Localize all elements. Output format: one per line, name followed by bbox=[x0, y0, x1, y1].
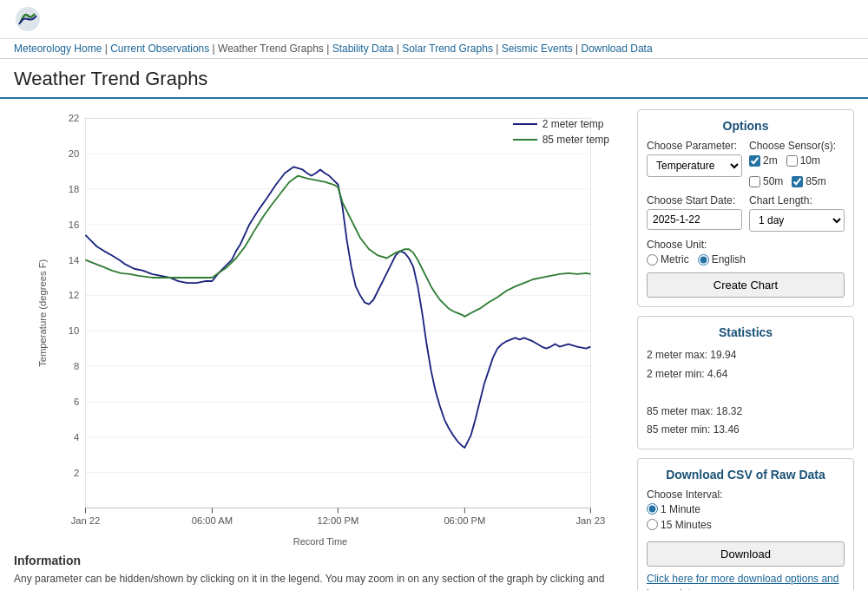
nav-bar: Meteorology Home | Current Observations … bbox=[0, 39, 868, 59]
unit-metric: Metric bbox=[647, 253, 689, 266]
stats-text: 2 meter max: 19.94 2 meter min: 4.64 85 … bbox=[647, 346, 845, 440]
svg-text:18: 18 bbox=[69, 184, 79, 194]
nav-current-observations[interactable]: Current Observations bbox=[110, 43, 209, 55]
parameter-row: Choose Parameter: Temperature Humidity W… bbox=[647, 140, 742, 187]
info-title: Information bbox=[14, 554, 627, 567]
svg-text:12: 12 bbox=[69, 290, 79, 300]
chart-container: 2 meter temp 85 meter temp bbox=[14, 109, 627, 534]
interval-15min-label: 15 Minutes bbox=[661, 519, 712, 531]
sensors-label: Choose Sensor(s): bbox=[749, 140, 845, 152]
interval-1min-radio[interactable] bbox=[647, 503, 658, 515]
svg-text:06:00 PM: 06:00 PM bbox=[444, 515, 485, 526]
chart-length-select[interactable]: 1 day 3 days 7 days 14 days bbox=[749, 209, 845, 232]
sensor-50m: 50m bbox=[749, 175, 783, 187]
legend-label-2m: 2 meter temp bbox=[542, 118, 604, 130]
options-panel-title: Options bbox=[647, 119, 845, 133]
interval-15min-radio[interactable] bbox=[647, 519, 658, 530]
nav-seismic-events[interactable]: Seismic Events bbox=[502, 43, 573, 55]
legend-label-85m: 85 meter temp bbox=[542, 134, 609, 146]
svg-text:20: 20 bbox=[69, 148, 79, 159]
sensor-85m: 85m bbox=[792, 175, 825, 187]
start-date-input[interactable] bbox=[647, 209, 742, 230]
svg-text:6: 6 bbox=[74, 397, 79, 407]
unit-radios: Metric English bbox=[647, 253, 845, 266]
unit-english: English bbox=[698, 253, 746, 266]
sensor-85m-checkbox[interactable] bbox=[792, 176, 803, 187]
interval-radios: 1 Minute 15 Minutes bbox=[647, 503, 845, 531]
chart-length-row: Chart Length: 1 day 3 days 7 days 14 day… bbox=[749, 194, 845, 232]
svg-text:10: 10 bbox=[69, 325, 79, 336]
create-chart-button[interactable]: Create Chart bbox=[647, 272, 845, 298]
start-date-label: Choose Start Date: bbox=[647, 194, 742, 206]
svg-text:12:00 PM: 12:00 PM bbox=[317, 515, 358, 526]
sensor-10m: 10m bbox=[786, 154, 820, 167]
right-panel: Options Choose Parameter: Temperature Hu… bbox=[637, 109, 854, 590]
top-bar bbox=[0, 0, 868, 39]
chart-svg[interactable]: 22 20 18 16 14 12 10 8 6 4 2 bbox=[14, 109, 627, 534]
start-date-row: Choose Start Date: bbox=[647, 194, 742, 232]
unit-english-radio[interactable] bbox=[698, 254, 709, 266]
sensors-checkboxes: 2m 10m 50m 85m bbox=[749, 154, 845, 187]
svg-text:06:00 AM: 06:00 AM bbox=[192, 515, 233, 526]
interval-row: Choose Interval: 1 Minute 15 Minutes bbox=[647, 488, 845, 531]
nav-download-data[interactable]: Download Data bbox=[582, 43, 653, 55]
nav-solar-trend-graphs[interactable]: Solar Trend Graphs bbox=[402, 43, 493, 55]
chart-legend: 2 meter temp 85 meter temp bbox=[513, 118, 609, 146]
statistics-title: Statistics bbox=[647, 325, 845, 339]
sensor-2m-label: 2m bbox=[763, 154, 778, 167]
options-panel: Options Choose Parameter: Temperature Hu… bbox=[637, 109, 854, 307]
legend-line-85m bbox=[513, 139, 537, 141]
download-button[interactable]: Download bbox=[647, 541, 845, 567]
legend-item-2m: 2 meter temp bbox=[513, 118, 609, 130]
page-title: Weather Trend Graphs bbox=[0, 59, 868, 99]
sensor-2m-checkbox[interactable] bbox=[749, 155, 760, 167]
unit-metric-label: Metric bbox=[661, 253, 689, 266]
unit-english-label: English bbox=[712, 253, 746, 266]
download-panel-title: Download CSV of Raw Data bbox=[647, 468, 845, 482]
interval-15min: 15 Minutes bbox=[647, 519, 845, 531]
legend-item-85m: 85 meter temp bbox=[513, 134, 609, 146]
unit-label: Choose Unit: bbox=[647, 239, 845, 251]
interval-1min: 1 Minute bbox=[647, 503, 845, 515]
statistics-panel: Statistics 2 meter max: 19.94 2 meter mi… bbox=[637, 316, 854, 449]
chart-length-label: Chart Length: bbox=[749, 194, 845, 206]
logo bbox=[14, 5, 42, 33]
nav-stability-data[interactable]: Stability Data bbox=[332, 43, 394, 55]
svg-text:22: 22 bbox=[69, 113, 79, 123]
info-section: Information Any parameter can be hidden/… bbox=[14, 547, 627, 590]
svg-text:8: 8 bbox=[74, 361, 79, 371]
stat-85m-min: 85 meter min: 13.46 bbox=[647, 421, 845, 440]
svg-text:2: 2 bbox=[74, 468, 79, 478]
stat-2m-min: 2 meter min: 4.64 bbox=[647, 365, 845, 384]
interval-1min-label: 1 Minute bbox=[661, 503, 700, 515]
sensor-85m-label: 85m bbox=[806, 175, 825, 187]
stat-85m-max: 85 meter max: 18.32 bbox=[647, 403, 845, 422]
download-panel: Download CSV of Raw Data Choose Interval… bbox=[637, 458, 854, 590]
chart-area: 2 meter temp 85 meter temp bbox=[14, 109, 627, 590]
nav-meteorology-home[interactable]: Meteorology Home bbox=[14, 43, 102, 55]
svg-text:4: 4 bbox=[74, 432, 79, 442]
options-param-sensor-row: Choose Parameter: Temperature Humidity W… bbox=[647, 140, 845, 194]
svg-text:Jan 23: Jan 23 bbox=[576, 515, 606, 526]
nav-weather-trend-graphs: Weather Trend Graphs bbox=[218, 43, 324, 55]
sensor-10m-checkbox[interactable] bbox=[786, 155, 798, 167]
sensor-50m-label: 50m bbox=[763, 175, 783, 187]
sensor-2m: 2m bbox=[749, 154, 778, 167]
svg-text:Temperature (degrees F): Temperature (degrees F) bbox=[37, 259, 48, 366]
stat-2m-max: 2 meter max: 19.94 bbox=[647, 346, 845, 365]
sensor-50m-checkbox[interactable] bbox=[749, 176, 760, 187]
interval-label: Choose Interval: bbox=[647, 488, 845, 501]
svg-text:14: 14 bbox=[69, 255, 79, 266]
sensor-10m-label: 10m bbox=[800, 154, 820, 167]
svg-text:Jan 22: Jan 22 bbox=[71, 515, 101, 526]
parameter-label: Choose Parameter: bbox=[647, 140, 742, 152]
main-content: 2 meter temp 85 meter temp bbox=[0, 99, 868, 590]
more-download-link[interactable]: Click here for more download options and… bbox=[647, 572, 845, 590]
unit-metric-radio[interactable] bbox=[647, 254, 658, 266]
parameter-select[interactable]: Temperature Humidity Wind Speed Pressure bbox=[647, 154, 742, 177]
svg-rect-1 bbox=[85, 118, 590, 508]
x-axis-label: Record Time bbox=[14, 536, 627, 547]
sensors-row: Choose Sensor(s): 2m 10m 50m bbox=[749, 140, 845, 187]
stat-spacer bbox=[647, 384, 845, 403]
svg-text:16: 16 bbox=[69, 220, 79, 230]
